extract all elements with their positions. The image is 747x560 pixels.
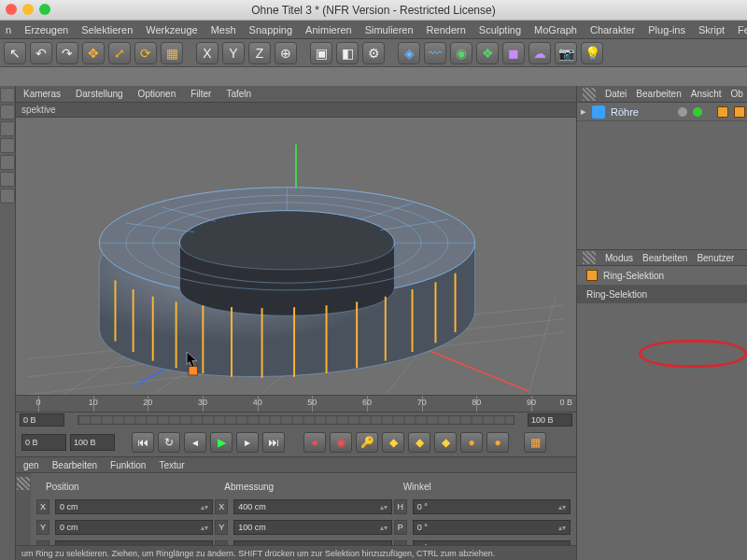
cursor-tool-icon[interactable]: ↖ bbox=[4, 42, 26, 64]
redo-icon[interactable]: ↷ bbox=[56, 42, 78, 64]
vp-menu-item[interactable]: Tafeln bbox=[226, 89, 251, 99]
play-icon[interactable]: ▶ bbox=[210, 432, 233, 453]
panel-grip-icon[interactable] bbox=[583, 88, 596, 101]
spline-icon[interactable]: 〰 bbox=[424, 42, 446, 64]
obj-menu-item[interactable]: Datei bbox=[605, 89, 627, 99]
world-axis-icon[interactable]: ⊕ bbox=[275, 42, 297, 64]
autokey-icon[interactable]: ◉ bbox=[330, 432, 352, 453]
y-lock-icon[interactable]: Y bbox=[222, 42, 245, 64]
move-tool-icon[interactable]: ✥ bbox=[82, 42, 105, 64]
mode-button[interactable] bbox=[0, 105, 15, 119]
undo-icon[interactable]: ↶ bbox=[30, 42, 52, 64]
mode-button[interactable] bbox=[0, 189, 15, 203]
rotate-tool-icon[interactable]: ⟳ bbox=[134, 42, 157, 64]
visibility-dot-icon[interactable] bbox=[693, 107, 702, 117]
menu-item[interactable]: Plug-ins bbox=[648, 24, 685, 35]
render-view-icon[interactable]: ▣ bbox=[310, 42, 332, 64]
layer-dot-icon[interactable] bbox=[678, 107, 687, 117]
ang-p-field[interactable]: 0 °▴▾ bbox=[413, 520, 571, 535]
vp-menu-item[interactable]: Darstellung bbox=[76, 89, 123, 99]
panel-grip-icon[interactable] bbox=[583, 251, 596, 264]
timeline-ruler[interactable]: 01020304050607080900 B bbox=[16, 396, 576, 413]
goto-start-icon[interactable]: ⏮ bbox=[132, 432, 154, 453]
x-lock-icon[interactable]: X bbox=[196, 42, 218, 64]
pos-y-field[interactable]: 0 cm▴▾ bbox=[55, 520, 213, 535]
key-scale-icon[interactable]: ◆ bbox=[434, 432, 457, 453]
bottom-menu-item[interactable]: Bearbeiten bbox=[52, 460, 97, 470]
next-frame-icon[interactable]: ▸ bbox=[236, 432, 259, 453]
menu-item[interactable]: Charakter bbox=[590, 24, 635, 35]
deformer-icon[interactable]: ◼ bbox=[502, 42, 525, 64]
obj-menu-item[interactable]: Ansicht bbox=[691, 89, 722, 99]
mode-button[interactable] bbox=[0, 172, 15, 187]
object-row[interactable]: ▸ Röhre bbox=[577, 103, 747, 121]
attr-menu-item[interactable]: Bearbeiten bbox=[642, 253, 687, 263]
pos-x-field[interactable]: 0 cm▴▾ bbox=[55, 499, 213, 514]
menu-item[interactable]: n bbox=[6, 24, 11, 35]
menu-item[interactable]: Selektieren bbox=[81, 24, 133, 35]
mode-button[interactable] bbox=[0, 138, 15, 153]
frame-end-field[interactable] bbox=[528, 413, 572, 427]
attr-menu-item[interactable]: Modus bbox=[605, 253, 633, 263]
menu-item[interactable]: Rendern bbox=[427, 24, 466, 35]
tag-row[interactable]: Ring-Selektion bbox=[577, 266, 747, 285]
panel-grip-icon[interactable] bbox=[17, 477, 30, 490]
array-icon[interactable]: ❖ bbox=[476, 42, 499, 64]
camera-icon[interactable]: 📷 bbox=[555, 42, 577, 64]
scale-tool-icon[interactable]: ⤢ bbox=[108, 42, 131, 64]
minimize-icon[interactable] bbox=[22, 4, 34, 15]
menu-item[interactable]: Sculpting bbox=[479, 24, 521, 35]
menu-item[interactable]: Snapping bbox=[249, 24, 293, 35]
layout-icon[interactable]: ▦ bbox=[524, 432, 546, 453]
menu-item[interactable]: Animieren bbox=[305, 24, 352, 35]
obj-menu-item[interactable]: Ob bbox=[731, 89, 743, 99]
key-pla-icon[interactable]: ● bbox=[486, 432, 509, 453]
menu-item[interactable]: Simulieren bbox=[365, 24, 414, 35]
mode-button[interactable] bbox=[0, 88, 15, 103]
light-icon[interactable]: 💡 bbox=[581, 42, 603, 64]
menu-item[interactable]: Fenster bbox=[738, 24, 747, 35]
obj-menu-item[interactable]: Bearbeiten bbox=[636, 89, 681, 99]
goto-end-icon[interactable]: ⏭ bbox=[262, 432, 285, 453]
loop-icon[interactable]: ↻ bbox=[158, 432, 180, 453]
attr-menu-item[interactable]: Benutzer bbox=[697, 253, 734, 263]
ang-h-field[interactable]: 0 °▴▾ bbox=[413, 499, 571, 514]
frame-start-field[interactable] bbox=[20, 413, 64, 427]
record-icon[interactable]: ● bbox=[303, 432, 326, 453]
range-start-field[interactable] bbox=[21, 434, 66, 451]
environment-icon[interactable]: ☁ bbox=[529, 42, 551, 64]
range-end-field[interactable] bbox=[70, 434, 115, 451]
vp-menu-item[interactable]: Kameras bbox=[23, 89, 61, 99]
menu-item[interactable]: MoGraph bbox=[534, 24, 577, 35]
prev-frame-icon[interactable]: ◂ bbox=[184, 432, 206, 453]
select-tool-icon[interactable]: ▦ bbox=[161, 42, 183, 64]
z-lock-icon[interactable]: Z bbox=[248, 42, 271, 64]
menu-item[interactable]: Skript bbox=[698, 24, 725, 35]
tag-row-selected[interactable]: Ring-Selektion bbox=[577, 285, 747, 303]
render-settings-icon[interactable]: ⚙ bbox=[362, 42, 385, 64]
primitive-cube-icon[interactable]: ◈ bbox=[398, 42, 420, 64]
mode-button[interactable] bbox=[0, 121, 15, 136]
3d-viewport[interactable] bbox=[16, 118, 576, 395]
dim-y-field[interactable]: 100 cm▴▾ bbox=[233, 520, 391, 535]
bottom-menu-item[interactable]: Textur bbox=[159, 460, 184, 470]
zoom-icon[interactable] bbox=[39, 4, 50, 15]
bottom-menu-item[interactable]: Funktion bbox=[110, 460, 146, 470]
key-rot-icon[interactable]: ◆ bbox=[408, 432, 430, 453]
vp-menu-item[interactable]: Optionen bbox=[138, 89, 176, 99]
selection-tag-icon[interactable] bbox=[734, 106, 745, 118]
key-pos-icon[interactable]: ◆ bbox=[382, 432, 404, 453]
generator-icon[interactable]: ◉ bbox=[450, 42, 472, 64]
selection-tag-icon[interactable] bbox=[717, 106, 728, 118]
menu-item[interactable]: Erzeugen bbox=[24, 24, 68, 35]
object-name[interactable]: Röhre bbox=[611, 106, 639, 118]
vp-menu-item[interactable]: Filter bbox=[190, 89, 211, 99]
mode-button[interactable] bbox=[0, 155, 15, 170]
key-param-icon[interactable]: ● bbox=[460, 432, 483, 453]
menu-item[interactable]: Werkzeuge bbox=[146, 24, 197, 35]
timeline-track[interactable] bbox=[78, 415, 514, 425]
window-controls[interactable] bbox=[6, 4, 50, 15]
render-region-icon[interactable]: ◧ bbox=[336, 42, 359, 64]
menu-item[interactable]: Mesh bbox=[211, 24, 236, 35]
key-icon[interactable]: 🔑 bbox=[356, 432, 378, 453]
